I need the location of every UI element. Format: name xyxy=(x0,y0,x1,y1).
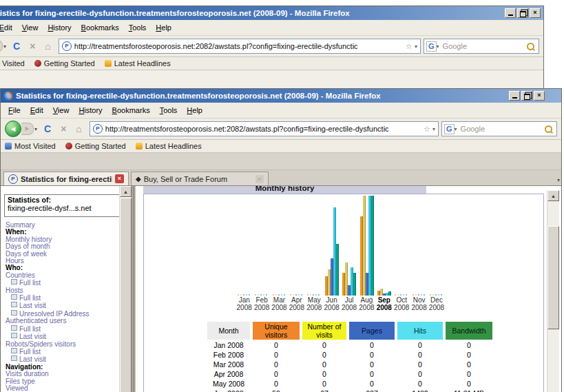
restore-button[interactable] xyxy=(521,91,532,101)
table-cell: 11.31 MB xyxy=(446,389,492,392)
table-cell: 0 xyxy=(302,360,346,369)
menu-item[interactable]: History xyxy=(74,105,107,116)
sidebar-item[interactable]: Full list xyxy=(6,294,116,302)
forward-button[interactable]: ▶ xyxy=(21,123,34,135)
tab-statistics[interactable]: P Statistics for fixing-erectile... × xyxy=(3,172,129,185)
bookmark-star-icon[interactable]: ☆ xyxy=(406,42,412,51)
url-bar[interactable]: P http://treatmentsforosteoporosis.net:2… xyxy=(90,121,439,136)
bookmark-item[interactable]: Most Visited xyxy=(5,142,56,150)
table-cell: May 2008 xyxy=(207,379,250,388)
url-bar[interactable]: P http://treatmentsforosteoporosis.net:2… xyxy=(59,39,421,54)
menu-item[interactable]: Bookmarks xyxy=(107,105,155,116)
url-text[interactable]: http://treatmentsforosteoporosis.net:208… xyxy=(105,125,421,133)
tab-label: Statistics for fixing-erectile... xyxy=(21,175,112,183)
history-dropdown-icon[interactable]: ▾ xyxy=(34,126,37,132)
table-cell: 0 xyxy=(349,350,395,359)
close-button[interactable]: × xyxy=(530,8,541,18)
table-cell: 0 xyxy=(446,379,492,388)
bar-bandwidth xyxy=(406,294,407,296)
close-button[interactable]: × xyxy=(534,91,545,101)
bookmark-item[interactable]: Getting Started xyxy=(65,142,126,150)
minimize-button[interactable] xyxy=(509,91,520,101)
table-cell: 0 xyxy=(302,340,346,349)
bar-unique-visitors xyxy=(273,294,274,296)
minimize-button[interactable] xyxy=(505,8,516,18)
list-all-tabs-icon[interactable]: ▾ xyxy=(557,177,560,183)
sidebar-item[interactable]: Hosts xyxy=(6,287,116,294)
google-engine-icon[interactable]: G xyxy=(444,124,455,134)
scroll-up-icon[interactable]: ▲ xyxy=(120,186,132,197)
forward-button[interactable]: ▶ xyxy=(0,40,3,52)
forum-tab-icon: ◆ xyxy=(136,175,141,183)
table-cell: 1482 xyxy=(397,389,443,392)
url-text[interactable]: http://treatmentsforosteoporosis.net:208… xyxy=(74,42,404,50)
engine-dropdown-icon[interactable]: ▾ xyxy=(455,126,457,132)
reload-button[interactable]: C xyxy=(13,41,20,52)
section-title: Monthly history xyxy=(143,186,426,193)
tab-forum[interactable]: ◆ Buy, Sell or Trade Forum × xyxy=(131,172,269,185)
scroll-up-icon[interactable]: ▲ xyxy=(547,190,559,201)
search-input[interactable]: G ▾ Google xyxy=(424,39,539,54)
menu-item[interactable]: File xyxy=(3,105,25,116)
restore-button[interactable] xyxy=(517,8,528,18)
sidebar-item[interactable]: Countries xyxy=(6,272,116,279)
home-button[interactable]: ⌂ xyxy=(76,123,81,134)
sidebar-item[interactable]: Full list xyxy=(6,348,116,355)
bar-pages xyxy=(295,294,297,296)
sidebar-item[interactable]: Last visit xyxy=(6,302,116,309)
menu-item[interactable]: History xyxy=(43,22,76,33)
bar-bandwidth xyxy=(353,273,356,296)
sidebar-item[interactable]: Authenticated users xyxy=(6,318,116,324)
table-row: Apr 200800000 xyxy=(207,369,492,378)
table-cell: Apr 2008 xyxy=(207,369,250,378)
stop-button[interactable]: × xyxy=(61,123,66,134)
title-bar: Statistics for fixing-erectile-dysfuncti… xyxy=(1,89,561,103)
bar-group xyxy=(290,294,304,296)
google-engine-icon[interactable]: G xyxy=(426,41,437,52)
sidebar-item[interactable]: Robots/Spiders visitors xyxy=(6,341,116,348)
history-dropdown-icon[interactable]: ▾ xyxy=(3,43,6,50)
bar-pages xyxy=(313,294,314,296)
engine-dropdown-icon[interactable]: ▾ xyxy=(437,43,439,50)
menu-item[interactable]: Tools xyxy=(155,105,182,116)
search-icon[interactable] xyxy=(545,125,552,133)
bar-number-of-visits xyxy=(275,294,277,296)
bar-hits xyxy=(403,294,404,296)
bookmark-item[interactable]: Latest Headlines xyxy=(105,59,171,68)
back-button[interactable]: ◀ xyxy=(5,121,21,137)
stop-button[interactable]: × xyxy=(30,41,35,52)
table-row: May 200800000 xyxy=(207,379,492,388)
month-label: May2008 xyxy=(306,297,323,311)
menu-item[interactable]: Edit xyxy=(25,105,48,116)
menu-item[interactable]: Edit xyxy=(0,22,17,33)
sidebar-scrollbar[interactable]: ▲ xyxy=(119,186,132,392)
navigation-toolbar: ◀ ▶ ▾ C × ⌂ P http://treatmentsforosteop… xyxy=(1,118,561,140)
url-dropdown-icon[interactable]: ▾ xyxy=(415,43,417,50)
scrollbar-thumb[interactable] xyxy=(120,198,132,392)
bookmark-item[interactable]: Most Visited xyxy=(0,59,25,68)
home-button[interactable]: ⌂ xyxy=(45,41,50,52)
sidebar-item[interactable]: Viewed xyxy=(6,385,116,392)
bookmark-item[interactable]: Latest Headlines xyxy=(136,142,202,150)
bookmark-label: Getting Started xyxy=(75,142,126,150)
scrollbar-thumb[interactable] xyxy=(547,226,559,329)
table-cell: 0 xyxy=(397,340,443,349)
menu-item[interactable]: Help xyxy=(182,105,207,116)
window-title: Statistics for fixing-erectile-dysfuncti… xyxy=(0,9,505,17)
bookmark-star-icon[interactable]: ☆ xyxy=(424,125,430,134)
menu-item[interactable]: Bookmarks xyxy=(76,22,124,33)
reload-button[interactable]: C xyxy=(44,123,51,134)
bar-hits xyxy=(298,294,300,296)
main-scrollbar[interactable]: ▲ xyxy=(547,190,559,392)
search-icon[interactable] xyxy=(527,43,534,50)
menu-item[interactable]: View xyxy=(48,105,74,116)
tab-close-icon[interactable]: × xyxy=(115,174,124,183)
menu-item[interactable]: Tools xyxy=(124,22,152,33)
tab-close-icon[interactable]: × xyxy=(255,175,264,183)
url-dropdown-icon[interactable]: ▾ xyxy=(432,126,435,132)
bookmark-item[interactable]: Getting Started xyxy=(34,59,95,68)
sidebar-item[interactable]: Full list xyxy=(6,325,116,333)
menu-item[interactable]: Help xyxy=(151,22,176,33)
menu-item[interactable]: View xyxy=(17,22,43,33)
search-input[interactable]: G ▾ Google xyxy=(441,121,557,136)
